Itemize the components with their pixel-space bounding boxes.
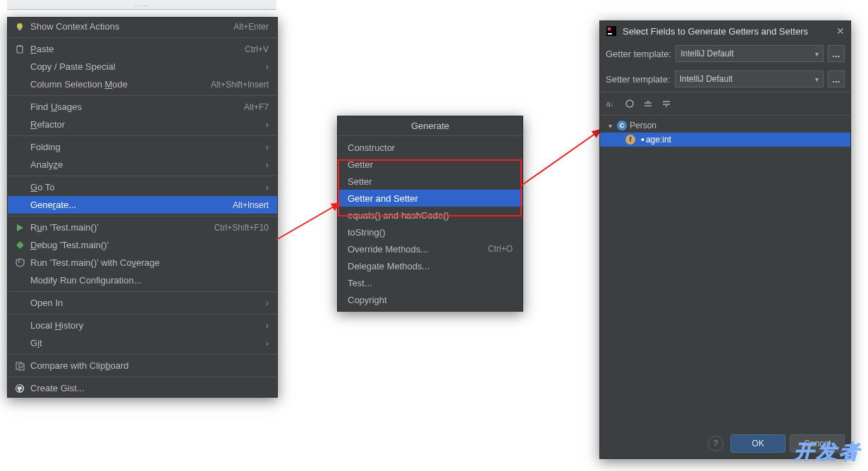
chevron-right-icon: › — [266, 142, 269, 152]
menu-separator — [8, 377, 277, 377]
generate-menu-item[interactable]: Override Methods...Ctrl+O — [338, 240, 522, 257]
svg-point-16 — [626, 100, 633, 107]
svg-line-10 — [276, 203, 340, 240]
tree-field-label: age:int — [646, 135, 671, 145]
blank-icon — [13, 274, 26, 287]
generate-item-label: toString() — [348, 227, 513, 238]
svg-point-0 — [17, 23, 23, 29]
collapse-all-icon[interactable] — [661, 98, 672, 109]
menu-separator — [8, 354, 277, 355]
editor-context-menu: Show Context ActionsAlt+EnterPasteCtrl+V… — [7, 17, 278, 398]
annotation-arrow-1 — [275, 197, 346, 247]
bullet-icon: • — [641, 134, 644, 145]
getter-template-select[interactable]: IntelliJ Default▾ — [676, 45, 824, 62]
blank-icon — [13, 141, 26, 154]
generate-popup: Generate ConstructorGetterSetterGetter a… — [337, 116, 523, 312]
context-menu-item[interactable]: Create Gist... — [8, 379, 277, 397]
editor-top-strip: ⋯⋯ — [7, 0, 276, 10]
context-menu-item[interactable]: Refactor› — [8, 116, 277, 133]
cancel-button[interactable]: Cancel — [790, 434, 845, 453]
context-menu-item[interactable]: Run 'Test.main()'Ctrl+Shift+F10 — [8, 219, 277, 236]
context-menu-item[interactable]: Open In› — [8, 294, 277, 312]
setter-template-more-button[interactable]: ... — [828, 71, 845, 87]
context-menu-item[interactable]: Show Context ActionsAlt+Enter — [8, 18, 277, 35]
close-icon[interactable]: ✕ — [836, 25, 845, 37]
context-menu-item[interactable]: Compare with Clipboard — [8, 357, 277, 374]
tree-field-node[interactable]: f • age:int — [600, 133, 850, 147]
class-icon: C — [617, 121, 627, 130]
svg-rect-14 — [608, 33, 612, 35]
menu-item-label: Show Context Actions — [30, 21, 233, 32]
generate-item-label: Constructor — [348, 142, 513, 153]
chevron-down-icon: ▾ — [606, 122, 614, 130]
generate-item-label: Test... — [348, 278, 513, 288]
menu-item-label: Create Gist... — [30, 383, 269, 393]
context-menu-item[interactable]: PasteCtrl+V — [8, 40, 277, 58]
getter-template-more-button[interactable]: ... — [828, 45, 845, 62]
context-menu-item[interactable]: Generate...Alt+Insert — [8, 196, 277, 214]
setter-template-label: Setter template: — [606, 74, 671, 85]
generate-menu-item[interactable]: toString() — [338, 224, 522, 240]
field-icon: f — [625, 135, 635, 145]
svg-text:a↓: a↓ — [606, 100, 614, 108]
generate-menu-item[interactable]: Getter — [338, 156, 522, 173]
context-menu-item[interactable]: Go To› — [8, 178, 277, 196]
blank-icon — [13, 337, 26, 350]
menu-item-label: Compare with Clipboard — [30, 360, 269, 371]
chevron-right-icon: › — [266, 62, 269, 72]
menu-separator — [8, 216, 277, 216]
blank-icon — [13, 159, 26, 171]
menu-separator — [8, 95, 277, 96]
menu-item-label: Debug 'Test.main()' — [30, 240, 269, 250]
menu-item-label: Analyze — [30, 159, 266, 170]
svg-rect-1 — [18, 29, 21, 30]
blank-icon — [13, 118, 26, 131]
context-menu-item[interactable]: Column Selection ModeAlt+Shift+Insert — [8, 75, 277, 93]
chevron-right-icon: › — [266, 160, 269, 170]
context-menu-item[interactable]: Modify Run Configuration... — [8, 271, 277, 289]
menu-separator — [8, 314, 277, 314]
generate-item-label: Getter and Setter — [348, 193, 513, 204]
context-menu-item[interactable]: Find UsagesAlt+F7 — [8, 98, 277, 116]
sort-visibility-icon[interactable] — [624, 98, 635, 109]
ok-button[interactable]: OK — [731, 434, 786, 453]
generate-menu-item[interactable]: Setter — [338, 173, 522, 190]
context-menu-item[interactable]: Git› — [8, 334, 277, 352]
generate-menu-item[interactable]: Copyright — [338, 291, 522, 308]
help-button[interactable]: ? — [708, 436, 723, 451]
menu-item-shortcut: Alt+Shift+Insert — [211, 80, 269, 90]
chevron-right-icon: › — [266, 298, 269, 308]
menu-item-label: Modify Run Configuration... — [30, 275, 269, 286]
setter-template-select[interactable]: IntelliJ Default▾ — [675, 71, 824, 87]
blank-icon — [13, 61, 26, 73]
generate-menu-item[interactable]: Constructor — [338, 139, 522, 156]
expand-all-icon[interactable] — [642, 98, 654, 109]
select-fields-dialog: Select Fields to Generate Getters and Se… — [599, 20, 851, 459]
context-menu-item[interactable]: Run 'Test.main()' with Coverage — [8, 254, 277, 271]
generate-popup-title: Generate — [338, 116, 522, 136]
generate-item-label: Getter — [348, 159, 513, 170]
svg-line-11 — [520, 130, 601, 186]
menu-item-label: Column Selection Mode — [30, 79, 211, 90]
context-menu-item[interactable]: Folding› — [8, 138, 277, 156]
chevron-right-icon: › — [266, 321, 269, 331]
menu-item-label: Paste — [30, 44, 245, 54]
generate-item-label: equals() and hashCode() — [348, 210, 513, 221]
generate-menu-item[interactable]: Delegate Methods... — [338, 257, 522, 274]
clipboard-icon — [13, 360, 26, 372]
menu-item-label: Local History — [30, 320, 266, 331]
generate-menu-item[interactable]: Test... — [338, 274, 522, 291]
generate-menu-item[interactable]: equals() and hashCode() — [338, 207, 522, 224]
setter-template-row: Setter template: IntelliJ Default▾ ... — [600, 66, 850, 92]
run-icon — [13, 221, 26, 234]
menu-separator — [8, 291, 277, 292]
sort-alpha-icon[interactable]: a↓ — [606, 98, 617, 109]
menu-item-label: Refactor — [30, 119, 266, 130]
generate-menu-item[interactable]: Getter and Setter — [338, 190, 522, 207]
chevron-right-icon: › — [266, 338, 269, 348]
tree-class-node[interactable]: ▾ C Person — [600, 118, 850, 133]
context-menu-item[interactable]: Analyze› — [8, 156, 277, 173]
context-menu-item[interactable]: Debug 'Test.main()' — [8, 236, 277, 254]
context-menu-item[interactable]: Copy / Paste Special› — [8, 58, 277, 75]
context-menu-item[interactable]: Local History› — [8, 317, 277, 334]
